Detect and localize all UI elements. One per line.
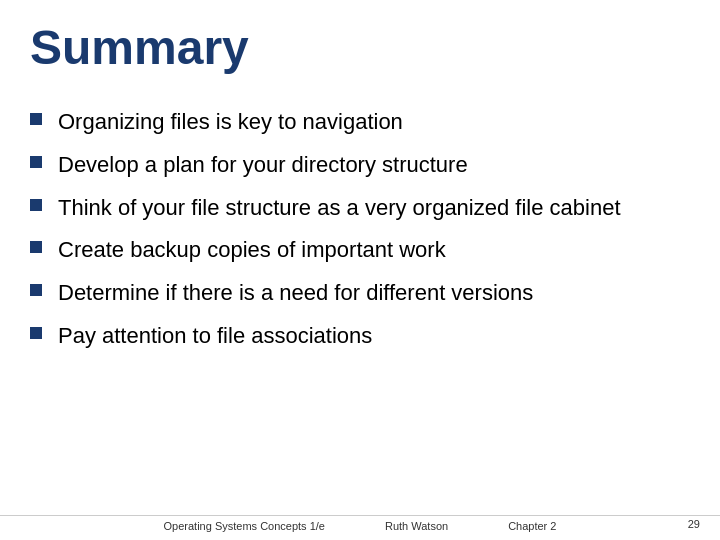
bullet-text: Think of your file structure as a very o… [58, 193, 690, 224]
bullet-list: Organizing files is key to navigation De… [30, 103, 690, 500]
bullet-text: Create backup copies of important work [58, 235, 690, 266]
list-item: Determine if there is a need for differe… [30, 274, 690, 313]
bullet-icon [30, 241, 42, 253]
bullet-icon [30, 156, 42, 168]
slide-container: Summary Organizing files is key to navig… [0, 0, 720, 540]
footer-chapter: Chapter 2 [508, 520, 556, 532]
bullet-text: Determine if there is a need for differe… [58, 278, 690, 309]
bullet-text: Pay attention to file associations [58, 321, 690, 352]
bullet-text: Organizing files is key to navigation [58, 107, 690, 138]
bullet-icon [30, 113, 42, 125]
bullet-text: Develop a plan for your directory struct… [58, 150, 690, 181]
list-item: Organizing files is key to navigation [30, 103, 690, 142]
footer-course: Operating Systems Concepts 1/e [164, 520, 325, 532]
bullet-icon [30, 327, 42, 339]
list-item: Pay attention to file associations [30, 317, 690, 356]
list-item: Think of your file structure as a very o… [30, 189, 690, 228]
footer: Operating Systems Concepts 1/e Ruth Wats… [0, 515, 720, 532]
list-item: Develop a plan for your directory struct… [30, 146, 690, 185]
bullet-icon [30, 199, 42, 211]
footer-author: Ruth Watson [385, 520, 448, 532]
bullet-icon [30, 284, 42, 296]
list-item: Create backup copies of important work [30, 231, 690, 270]
slide-title: Summary [30, 20, 690, 83]
footer-page: 29 [688, 518, 700, 530]
